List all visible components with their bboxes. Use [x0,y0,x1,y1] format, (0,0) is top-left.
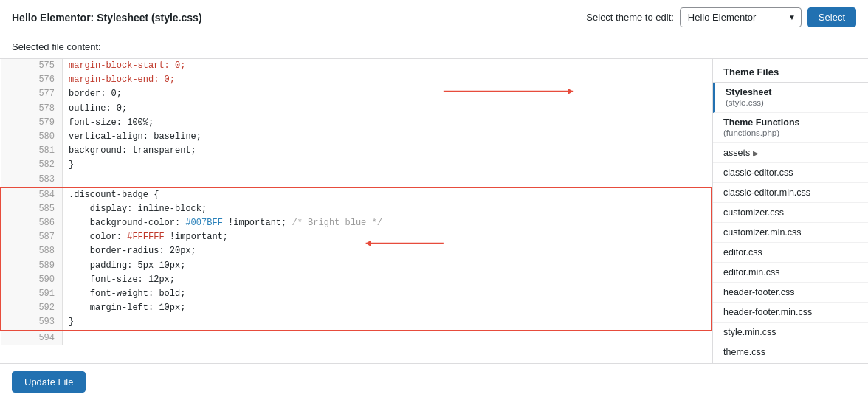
sub-header: Selected file content: [0,35,868,59]
table-row: 589 padding: 5px 10px; [1,259,712,273]
line-number: 593 [1,315,62,330]
file-title: Hello Elementor: Stylesheet (style.css) [12,12,202,24]
file-name: header-footer.css [723,287,795,297]
line-code: } [62,315,712,330]
line-number: 589 [1,259,62,273]
line-number: 586 [1,216,62,230]
line-code: vertical-align: baseline; [62,130,712,144]
file-name: classic-editor.min.css [723,187,810,198]
table-row: 576margin-block-end: 0; [1,73,712,87]
line-code [62,173,712,187]
line-number: 575 [1,59,62,73]
sidebar-file-item-editor-min-css[interactable]: editor.min.css [713,263,868,283]
line-code: margin-block-start: 0; [62,59,712,73]
line-code [62,331,712,345]
line-code: font-weight: bold; [62,287,712,301]
line-code: font-size: 12px; [62,273,712,287]
select-button[interactable]: Select [807,7,856,27]
table-row: 579font-size: 100%; [1,116,712,130]
table-row: 594 [1,331,712,345]
table-row: 587 color: #FFFFFF !important; [1,230,712,244]
file-name: editor.min.css [723,267,779,277]
editor-area: 575margin-block-start: 0;576margin-block… [0,59,713,363]
table-row: 592 margin-left: 10px; [1,301,712,315]
sidebar-file-item-classic-editor-min-css[interactable]: classic-editor.min.css [713,183,868,203]
table-row: 577border: 0; [1,87,712,101]
line-number: 591 [1,287,62,301]
main-content: 575margin-block-start: 0;576margin-block… [0,59,868,363]
file-name: customizer.min.css [723,227,802,238]
sidebar-file-item-stylesheet[interactable]: Stylesheet(style.css) [713,83,868,113]
line-code: outline: 0; [62,102,712,116]
table-row: 582} [1,158,712,172]
table-row: 578outline: 0; [1,102,712,116]
line-number: 578 [1,102,62,116]
sidebar-file-item-editor-css[interactable]: editor.css [713,243,868,263]
line-number: 579 [1,116,62,130]
sidebar-file-item-theme-css[interactable]: theme.css [713,342,868,362]
line-number: 582 [1,158,62,172]
file-name: Theme Functions [723,117,799,128]
header-bar: Hello Elementor: Stylesheet (style.css) … [0,0,868,35]
line-code: display: inline-block; [62,202,712,216]
line-number: 576 [1,73,62,87]
line-number: 583 [1,173,62,187]
line-code: background-color: #007BFF !important; /*… [62,216,712,230]
line-number: 585 [1,202,62,216]
sidebar-file-item-classic-editor-css[interactable]: classic-editor.css [713,163,868,183]
sidebar-file-item-assets[interactable]: assets▶ [713,143,868,163]
sidebar-file-item-style-min-css[interactable]: style.min.css [713,323,868,342]
file-name: header-footer.min.css [723,307,812,317]
line-code: padding: 5px 10px; [62,259,712,273]
file-list: Stylesheet(style.css)Theme Functions(fun… [713,83,868,362]
line-code: margin-left: 10px; [62,301,712,315]
line-number: 587 [1,230,62,244]
sidebar-file-item-customizer-min-css[interactable]: customizer.min.css [713,223,868,243]
line-code: } [62,158,712,172]
line-code: border-radius: 20px; [62,244,712,258]
line-code: margin-block-end: 0; [62,73,712,87]
file-subtitle: (style.css) [726,98,764,107]
file-name: Stylesheet [726,87,772,97]
folder-name: assets [723,148,750,158]
folder-arrow-icon: ▶ [753,149,759,157]
header-right: Select theme to edit: Hello Elementor Tw… [586,7,856,27]
sidebar-file-item-header-footer-css[interactable]: header-footer.css [713,283,868,303]
line-number: 577 [1,87,62,101]
line-number: 588 [1,244,62,258]
bottom-bar: Update File [0,363,868,400]
sidebar: Theme Files Stylesheet(style.css)Theme F… [713,59,868,363]
line-number: 581 [1,144,62,158]
theme-dropdown[interactable]: Hello Elementor Twenty Twenty-Three Stor… [680,7,802,27]
file-name: theme.css [723,347,765,357]
table-row: 585 display: inline-block; [1,202,712,216]
file-name: classic-editor.css [723,168,793,178]
line-number: 590 [1,273,62,287]
file-name: style.min.css [723,327,776,337]
line-number: 592 [1,301,62,315]
table-row: 590 font-size: 12px; [1,273,712,287]
theme-select-wrapper: Hello Elementor Twenty Twenty-Three Stor… [680,7,802,27]
line-code: color: #FFFFFF !important; [62,230,712,244]
table-row: 591 font-weight: bold; [1,287,712,301]
update-file-button[interactable]: Update File [12,371,86,393]
sidebar-file-item-header-footer-min-css[interactable]: header-footer.min.css [713,303,868,323]
table-row: 580vertical-align: baseline; [1,130,712,144]
sidebar-file-item-customizer-css[interactable]: customizer.css [713,203,868,223]
line-number: 594 [1,331,62,345]
table-row: 584.discount-badge { [1,187,712,202]
code-table: 575margin-block-start: 0;576margin-block… [0,59,712,345]
sidebar-title: Theme Files [713,59,868,83]
line-code: .discount-badge { [62,187,712,202]
table-row: 581background: transparent; [1,144,712,158]
selected-file-label: Selected file content: [12,41,101,52]
file-name: editor.css [723,247,762,258]
table-row: 583 [1,173,712,187]
table-row: 588 border-radius: 20px; [1,244,712,258]
line-number: 580 [1,130,62,144]
table-row: 593} [1,315,712,330]
file-subtitle: (functions.php) [723,128,779,137]
page-wrapper: Hello Elementor: Stylesheet (style.css) … [0,0,868,400]
sidebar-file-item-theme-functions[interactable]: Theme Functions(functions.php) [713,113,868,143]
code-editor[interactable]: 575margin-block-start: 0;576margin-block… [0,59,712,363]
